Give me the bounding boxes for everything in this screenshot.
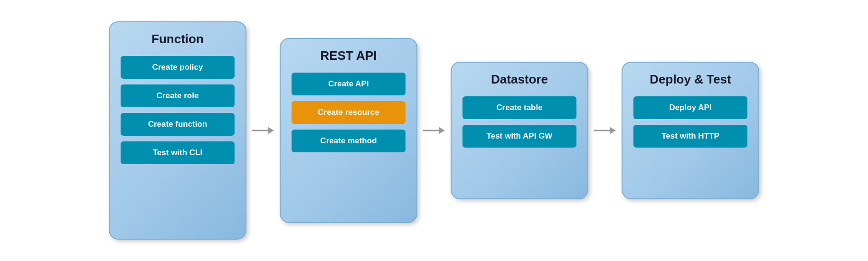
btn-create-method[interactable]: Create method [292,130,406,152]
svg-marker-5 [610,127,616,134]
btn-test-api-gw[interactable]: Test with API GW [462,125,576,148]
arrow-1 [251,121,275,140]
diagram: Function Create policy Create role Creat… [90,12,778,249]
panel-rest-api-title: REST API [321,48,377,63]
panel-deploy-test: Deploy & Test Deploy API Test with HTTP [622,62,759,199]
btn-test-cli[interactable]: Test with CLI [121,141,235,164]
panel-datastore: Datastore Create table Test with API GW [451,62,588,199]
svg-marker-3 [439,127,445,134]
panel-function: Function Create policy Create role Creat… [109,21,246,240]
btn-create-resource[interactable]: Create resource [292,101,406,124]
panel-deploy-test-title: Deploy & Test [650,72,731,87]
panel-datastore-title: Datastore [491,72,548,87]
arrow-2 [422,121,446,140]
btn-test-http[interactable]: Test with HTTP [633,125,747,148]
panel-function-title: Function [151,32,204,47]
btn-deploy-api[interactable]: Deploy API [633,96,747,119]
btn-create-api[interactable]: Create API [292,73,406,95]
svg-marker-1 [268,127,274,134]
btn-create-role[interactable]: Create role [121,84,235,107]
panel-rest-api: REST API Create API Create resource Crea… [280,38,417,223]
btn-create-policy[interactable]: Create policy [121,56,235,79]
btn-create-table[interactable]: Create table [462,96,576,119]
arrow-3 [593,121,617,140]
btn-create-function[interactable]: Create function [121,113,235,136]
